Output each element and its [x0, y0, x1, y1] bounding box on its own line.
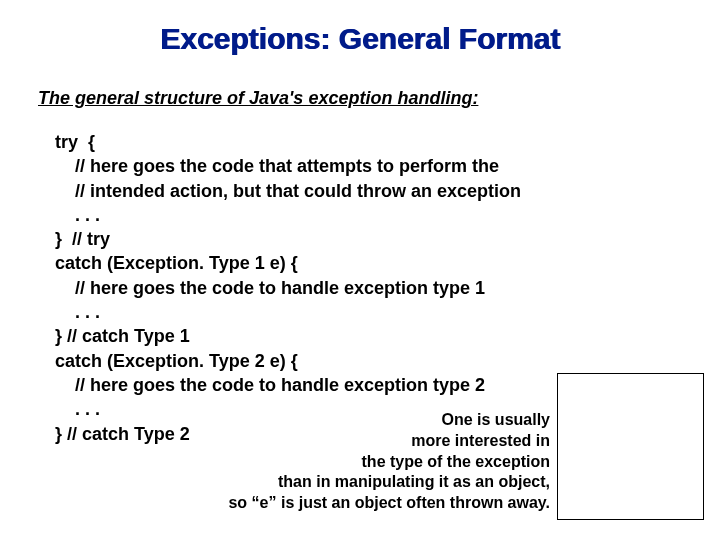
- note-box: [557, 373, 704, 520]
- slide-title: Exceptions: General Format: [0, 22, 720, 56]
- slide: Exceptions: General Format The general s…: [0, 0, 720, 540]
- code-block: try { // here goes the code that attempt…: [55, 130, 521, 446]
- slide-subtitle: The general structure of Java's exceptio…: [38, 88, 478, 109]
- note-text: One is usually more interested in the ty…: [228, 410, 550, 514]
